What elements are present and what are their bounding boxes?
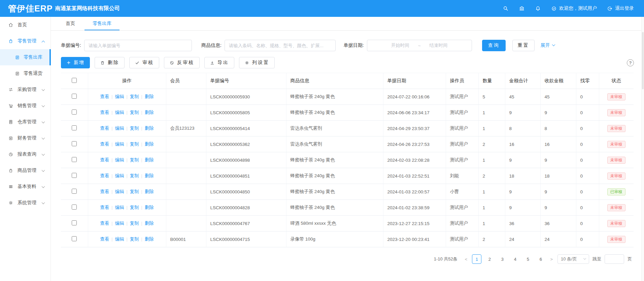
- reset-button[interactable]: 重置: [512, 40, 535, 51]
- sidebar-item-home[interactable]: 首页: [0, 17, 50, 33]
- edit-link[interactable]: 编辑: [115, 173, 124, 178]
- bill-no-input[interactable]: [84, 40, 192, 51]
- scrollbar-thumb[interactable]: [642, 32, 644, 89]
- row-checkbox[interactable]: [72, 110, 77, 115]
- sidebar-item-system[interactable]: 系统管理: [0, 195, 50, 211]
- page-button-1[interactable]: 1: [472, 254, 481, 264]
- page-button-3[interactable]: 3: [498, 254, 507, 264]
- search-icon[interactable]: [503, 5, 509, 11]
- page-button-2[interactable]: 2: [485, 254, 494, 264]
- edit-link[interactable]: 编辑: [115, 189, 124, 194]
- delete-link[interactable]: 删除: [145, 237, 154, 242]
- row-checkbox[interactable]: [72, 141, 77, 146]
- sidebar-item-reports[interactable]: 报表查询: [0, 146, 50, 162]
- delete-link[interactable]: 删除: [145, 221, 154, 226]
- view-link[interactable]: 查看: [100, 110, 109, 115]
- copy-link[interactable]: 复制: [130, 205, 139, 210]
- tab-retail-outbound[interactable]: 零售出库: [84, 17, 120, 30]
- expand-link[interactable]: 展开: [541, 42, 555, 49]
- copy-link[interactable]: 复制: [130, 94, 139, 99]
- logout-button[interactable]: 退出登录: [607, 5, 634, 11]
- view-link[interactable]: 查看: [100, 237, 109, 242]
- cell-member: [166, 152, 206, 168]
- sidebar-item-purchase[interactable]: 采购管理: [0, 82, 50, 98]
- page-size-select[interactable]: 10 条/页: [557, 254, 589, 264]
- row-checkbox[interactable]: [72, 157, 77, 162]
- sidebar-item-retail-return[interactable]: 零售退货: [0, 65, 50, 82]
- edit-link[interactable]: 编辑: [115, 157, 124, 162]
- edit-link[interactable]: 编辑: [115, 142, 124, 147]
- sidebar-item-finance[interactable]: 财务管理: [0, 130, 50, 146]
- copy-link[interactable]: 复制: [130, 110, 139, 115]
- add-button[interactable]: 新增: [61, 57, 90, 68]
- view-link[interactable]: 查看: [100, 157, 109, 162]
- jump-page-input[interactable]: [605, 254, 624, 264]
- row-actions: 查看|编辑|复制|删除: [88, 216, 166, 231]
- view-link[interactable]: 查看: [100, 221, 109, 226]
- row-checkbox[interactable]: [72, 94, 77, 99]
- export-button[interactable]: 导出: [204, 57, 234, 68]
- row-checkbox[interactable]: [72, 189, 77, 194]
- delete-link[interactable]: 删除: [145, 142, 154, 147]
- sidebar-item-retail[interactable]: 零售管理: [0, 33, 50, 49]
- row-checkbox[interactable]: [72, 205, 77, 210]
- delete-link[interactable]: 删除: [145, 189, 154, 194]
- delete-button[interactable]: 删除: [95, 57, 125, 68]
- bank-icon[interactable]: [519, 5, 525, 11]
- copy-link[interactable]: 复制: [130, 221, 139, 226]
- view-link[interactable]: 查看: [100, 126, 109, 131]
- page-button-4[interactable]: 4: [510, 254, 520, 264]
- user-welcome[interactable]: 欢迎您，测试用户: [551, 5, 597, 11]
- view-link[interactable]: 查看: [100, 205, 109, 210]
- edit-link[interactable]: 编辑: [115, 94, 124, 99]
- copy-link[interactable]: 复制: [130, 189, 139, 194]
- edit-link[interactable]: 编辑: [115, 221, 124, 226]
- help-icon[interactable]: ?: [627, 59, 634, 66]
- sidebar-item-retail-outbound[interactable]: 零售出库: [0, 49, 50, 65]
- delete-link[interactable]: 删除: [145, 110, 154, 115]
- select-all-checkbox[interactable]: [72, 78, 77, 83]
- view-link[interactable]: 查看: [100, 173, 109, 178]
- delete-link[interactable]: 删除: [145, 205, 154, 210]
- copy-link[interactable]: 复制: [130, 173, 139, 178]
- copy-link[interactable]: 复制: [130, 126, 139, 131]
- delete-link[interactable]: 删除: [145, 94, 154, 99]
- view-link[interactable]: 查看: [100, 189, 109, 194]
- edit-link[interactable]: 编辑: [115, 110, 124, 115]
- column-settings-button[interactable]: 列设置: [239, 57, 275, 68]
- audit-button[interactable]: 审核: [129, 57, 159, 68]
- next-page-icon[interactable]: >: [549, 257, 554, 262]
- edit-link[interactable]: 编辑: [115, 126, 124, 131]
- row-checkbox[interactable]: [72, 220, 77, 225]
- sidebar-item-sales[interactable]: 销售管理: [0, 98, 50, 114]
- sidebar-item-warehouse[interactable]: 仓库管理: [0, 114, 50, 130]
- cell-operator: 测试用户: [446, 216, 478, 231]
- view-link[interactable]: 查看: [100, 94, 109, 99]
- row-checkbox[interactable]: [72, 125, 77, 130]
- prev-page-icon[interactable]: <: [464, 257, 469, 262]
- page-button-6[interactable]: 6: [536, 254, 545, 264]
- bell-icon[interactable]: [535, 5, 541, 11]
- delete-link[interactable]: 删除: [145, 126, 154, 131]
- view-link[interactable]: 查看: [100, 142, 109, 147]
- sidebar-item-basic-data[interactable]: 基本资料: [0, 179, 50, 195]
- row-checkbox[interactable]: [72, 236, 77, 241]
- delete-link[interactable]: 删除: [145, 173, 154, 178]
- sidebar-item-goods[interactable]: 商品管理: [0, 162, 50, 179]
- copy-link[interactable]: 复制: [130, 237, 139, 242]
- date-range-input[interactable]: 开始时间 ~ 结束时间: [367, 40, 472, 51]
- product-info-input[interactable]: [225, 40, 336, 51]
- cell-operator: 测试用户: [446, 152, 478, 168]
- row-checkbox[interactable]: [72, 173, 77, 178]
- unaudit-button[interactable]: 反审核: [164, 57, 200, 68]
- edit-link[interactable]: 编辑: [115, 205, 124, 210]
- tab-home[interactable]: 首页: [57, 17, 84, 30]
- page-button-5[interactable]: 5: [523, 254, 533, 264]
- copy-link[interactable]: 复制: [130, 142, 139, 147]
- page-scrollbar[interactable]: [641, 17, 644, 281]
- search-button[interactable]: 查询: [482, 40, 506, 51]
- copy-link[interactable]: 复制: [130, 157, 139, 162]
- sidebar: 首页 零售管理 零售出库 零售退货 采购管理 销售管理 仓库管理 财务管理 报表…: [0, 17, 51, 281]
- edit-link[interactable]: 编辑: [115, 237, 124, 242]
- delete-link[interactable]: 删除: [145, 157, 154, 162]
